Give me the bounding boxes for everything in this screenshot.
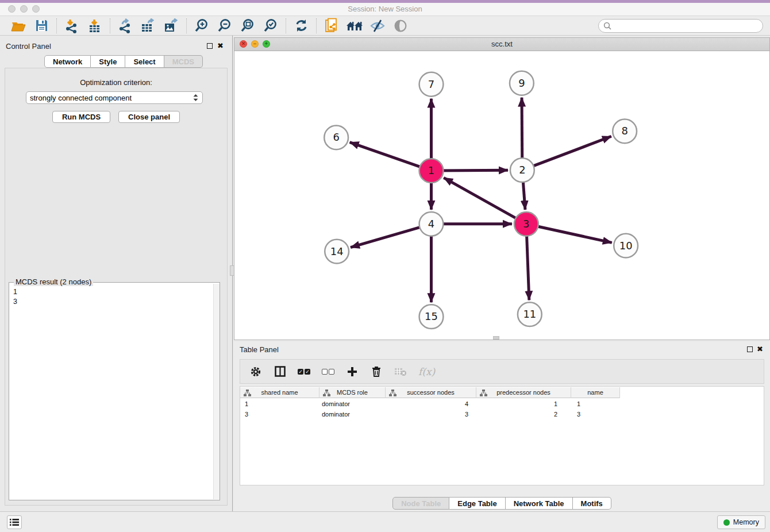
node-2[interactable]: 2	[510, 158, 534, 182]
unchecked-box-icon	[329, 369, 334, 375]
tab-select[interactable]: Select	[125, 55, 164, 68]
node-3[interactable]: 3	[514, 212, 538, 236]
task-history-button[interactable]	[7, 515, 22, 529]
node-label: 10	[619, 240, 633, 252]
node-11[interactable]: 11	[518, 302, 542, 326]
plus-icon	[347, 367, 357, 377]
node-table[interactable]: shared nameMCDS rolesuccessor nodesprede…	[240, 386, 764, 485]
close-panel-icon[interactable]: ✖	[217, 41, 224, 50]
search-input[interactable]	[614, 21, 758, 31]
table-row[interactable]: 1dominator411	[240, 399, 764, 408]
zoom-out-button[interactable]	[213, 17, 236, 34]
tab-node-table[interactable]: Node Table	[392, 497, 449, 510]
edge-2-8[interactable]	[522, 136, 611, 170]
app-titlebar[interactable]: Session: New Session	[0, 3, 770, 16]
close-table-panel-icon[interactable]: ✖	[757, 345, 763, 353]
node-9[interactable]: 9	[510, 71, 534, 95]
deselect-all-rows-button[interactable]	[322, 364, 334, 379]
fit-content-button[interactable]	[236, 17, 259, 34]
node-15[interactable]: 15	[419, 304, 444, 329]
optimization-criterion-label: Optimization criterion:	[5, 78, 227, 87]
memory-label: Memory	[733, 518, 759, 526]
save-session-button[interactable]	[30, 17, 53, 34]
new-network-from-selection-button[interactable]	[320, 17, 343, 34]
first-neighbors-button[interactable]	[343, 17, 366, 34]
mcds-result-text[interactable]: 1 3	[9, 284, 213, 500]
canvas-resize-handle[interactable]	[493, 336, 499, 340]
float-table-panel-icon[interactable]	[747, 346, 753, 352]
show-column-panel-button[interactable]	[274, 364, 286, 379]
export-table-button[interactable]	[137, 17, 160, 34]
import-network-button[interactable]	[60, 17, 83, 34]
node-10[interactable]: 10	[614, 234, 638, 258]
show-eye-icon	[393, 19, 408, 33]
import-table-icon	[87, 18, 102, 33]
export-image-button[interactable]	[160, 17, 183, 34]
search-box[interactable]	[598, 19, 763, 33]
delete-columns-button[interactable]	[370, 364, 383, 379]
import-table-button[interactable]	[83, 17, 106, 34]
table-row[interactable]: 3dominator323	[240, 410, 764, 419]
zoom-in-button[interactable]	[190, 17, 213, 34]
node-6[interactable]: 6	[324, 125, 348, 149]
export-network-button[interactable]	[114, 17, 137, 34]
sort-hierarchy-icon	[480, 390, 487, 396]
refresh-view-button[interactable]	[290, 17, 313, 34]
node-label: 3	[523, 218, 529, 230]
network-window-titlebar[interactable]: ✕ − + scc.txt	[234, 38, 769, 51]
tab-edge-table[interactable]: Edge Table	[449, 497, 505, 510]
node-8[interactable]: 8	[613, 119, 637, 144]
zoom-selected-button[interactable]	[259, 17, 282, 34]
tab-motifs[interactable]: Motifs	[573, 497, 611, 510]
tab-network-table[interactable]: Network Table	[506, 497, 573, 510]
close-panel-button[interactable]: Close panel	[118, 111, 180, 123]
edge-3-10[interactable]	[526, 224, 612, 243]
column-header-shared-name[interactable]: shared name	[240, 387, 319, 398]
network-canvas[interactable]: 7968124314101511	[234, 51, 769, 340]
tab-network[interactable]: Network	[44, 55, 91, 68]
zoom-out-icon	[217, 18, 232, 33]
save-icon	[35, 19, 48, 32]
table-settings-button[interactable]	[249, 364, 262, 379]
open-session-button[interactable]	[7, 17, 30, 34]
application-window: Session: New Session	[0, 0, 770, 532]
network-graph[interactable]: 7968124314101511	[234, 51, 769, 340]
node-1[interactable]: 1	[419, 159, 444, 183]
node-4[interactable]: 4	[419, 212, 444, 236]
column-header-MCDS-role[interactable]: MCDS role	[319, 387, 386, 398]
export-table-icon	[140, 18, 156, 33]
edge-3-1[interactable]	[444, 178, 526, 223]
column-header-name[interactable]: name	[571, 387, 620, 398]
edge-1-6[interactable]	[350, 142, 432, 171]
node-14[interactable]: 14	[325, 240, 349, 264]
sort-hierarchy-icon	[389, 390, 396, 396]
trash-icon	[372, 366, 381, 377]
column-header-successor-nodes[interactable]: successor nodes	[386, 387, 476, 398]
result-scrollbar[interactable]	[213, 284, 220, 499]
column-header-predecessor-nodes[interactable]: predecessor nodes	[476, 387, 571, 398]
tab-mcds[interactable]: MCDS	[164, 55, 203, 68]
tab-style[interactable]: Style	[91, 55, 125, 68]
node-7[interactable]: 7	[419, 72, 444, 97]
float-panel-icon[interactable]	[207, 43, 213, 49]
control-panel: Control Panel ✖ NetworkStyleSelectMCDS O…	[0, 36, 232, 511]
table-cell: dominator	[319, 399, 386, 408]
sort-hierarchy-icon	[244, 390, 251, 396]
table-toolbar: ✓ ✓	[240, 359, 764, 384]
function-fx-icon: f(x)	[418, 366, 435, 377]
show-all-button[interactable]	[389, 17, 412, 34]
delete-table-button[interactable]	[394, 364, 407, 379]
hide-selected-button[interactable]	[366, 17, 389, 34]
select-all-rows-button[interactable]: ✓ ✓	[298, 364, 310, 379]
hide-eye-slash-icon	[369, 19, 386, 33]
run-mcds-button[interactable]: Run MCDS	[52, 111, 110, 123]
control-panel-tabs: NetworkStyleSelectMCDS	[44, 55, 203, 68]
criterion-selected-value: strongly connected component	[30, 94, 132, 102]
criterion-select[interactable]: strongly connected component	[26, 91, 203, 104]
table-cell: 3	[571, 410, 620, 419]
memory-button[interactable]: Memory	[717, 515, 765, 529]
create-column-button[interactable]	[346, 364, 359, 379]
table-cell: 1	[476, 399, 571, 408]
sort-hierarchy-icon	[323, 390, 330, 396]
function-builder-button[interactable]: f(x)	[418, 364, 435, 379]
